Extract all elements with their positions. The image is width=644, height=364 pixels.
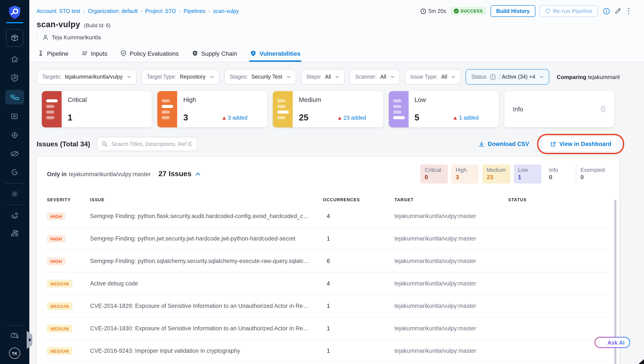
sidebar-divider xyxy=(5,325,24,325)
pill-high[interactable]: High3 xyxy=(452,164,479,184)
severity-badge: MEDIUM xyxy=(47,280,72,288)
filter-targets[interactable]: Targets:tejakummarikuntla/vulpy xyxy=(37,69,136,85)
filter-steps[interactable]: Steps:All xyxy=(301,69,345,85)
hierarchy-gear-icon xyxy=(10,229,19,238)
chevron-down-icon xyxy=(286,76,290,78)
pill-info[interactable]: Info0 xyxy=(545,164,572,184)
sidebar-item-home[interactable] xyxy=(5,53,24,66)
sidebar-item-overview[interactable] xyxy=(5,71,24,84)
chat-help-icon xyxy=(10,332,20,340)
sidebar-item-exemptions[interactable] xyxy=(5,147,24,160)
card-count: 3 xyxy=(183,113,188,123)
comparing-label: Comparing tejakummarikuntla/vulpy:master… xyxy=(557,74,620,80)
issue-row[interactable]: MEDIUM CVE-2014-1829: Exposure of Sensit… xyxy=(47,295,609,317)
execution-tabs: Pipeline Inputs Policy Evaluations Suppl… xyxy=(29,45,644,62)
pill-medium[interactable]: Medium23 xyxy=(482,164,510,184)
severity-badge: MEDIUM xyxy=(47,325,72,332)
card-label: Info xyxy=(513,106,523,113)
build-history-button[interactable]: Build History xyxy=(490,5,535,17)
target: tejakummarikuntla/vulpy:master xyxy=(394,347,508,354)
download-csv-button[interactable]: Download CSV xyxy=(476,140,532,148)
issue-title: CVE-2014-1829: Exposure of Sensitive Inf… xyxy=(90,303,323,309)
issue-row[interactable]: HIGH Semgrep Finding: python.jwt.securit… xyxy=(47,228,609,250)
breadcrumb-account[interactable]: Account: STO test xyxy=(37,8,80,14)
issues-search[interactable] xyxy=(97,137,198,151)
col-issue: ISSUE xyxy=(90,197,323,202)
pill-low[interactable]: Low1 xyxy=(514,164,541,184)
high-bar-icon xyxy=(157,91,177,127)
sidebar-item-pipelines[interactable] xyxy=(5,90,24,104)
breadcrumb-org[interactable]: Organization: default xyxy=(88,8,138,14)
breadcrumb-project[interactable]: Project: STO xyxy=(145,8,176,14)
sidebar-nav xyxy=(5,53,24,179)
edit-pipeline-button[interactable] xyxy=(614,8,621,15)
vulnerabilities-content: Targets:tejakummarikuntla/vulpy Target T… xyxy=(29,62,644,364)
severity-card-info[interactable]: Info 0 xyxy=(504,91,614,127)
breadcrumb-separator: › xyxy=(179,9,180,14)
execution-duration: 5m 20s xyxy=(420,8,446,14)
module-active-indicator xyxy=(6,22,23,23)
tab-policy-evaluations[interactable]: Policy Evaluations xyxy=(120,45,180,62)
issues-table-header: SEVERITY ISSUE OCCURRENCES TARGET STATUS xyxy=(47,194,609,205)
issue-row[interactable]: MEDIUM xyxy=(47,362,609,364)
user-avatar[interactable]: TK xyxy=(9,347,20,359)
more-options-button[interactable] xyxy=(625,7,632,15)
search-input[interactable] xyxy=(110,140,193,147)
filter-target-type[interactable]: Target Type:Repository xyxy=(141,69,220,85)
severity-badge: MEDIUM xyxy=(47,302,72,310)
chevron-down-icon xyxy=(335,76,339,78)
tab-vulnerabilities[interactable]: Vulnerabilities xyxy=(249,45,301,62)
info-button[interactable] xyxy=(603,8,610,15)
issue-row[interactable]: HIGH Semgrep Finding: python.flask.secur… xyxy=(47,205,609,228)
severity-card-high[interactable]: High 3 3 added xyxy=(157,91,267,127)
severity-badge: HIGH xyxy=(47,235,65,243)
issue-row[interactable]: HIGH Semgrep Finding: python.sqlalchemy.… xyxy=(47,250,609,272)
severity-card-medium[interactable]: Medium 25 23 added xyxy=(273,91,383,127)
severity-badge: HIGH xyxy=(47,213,65,220)
pill-exempted[interactable]: Exempted0 xyxy=(576,164,609,184)
filter-scanner[interactable]: Scanner:All xyxy=(350,69,400,85)
gear-icon xyxy=(10,190,19,198)
filter-status[interactable]: Status i : Active (34) +4 xyxy=(466,69,549,85)
occurrences: 1 xyxy=(323,347,394,354)
breadcrumb-pipelines[interactable]: Pipelines xyxy=(184,8,206,14)
triangle-up-icon xyxy=(222,116,226,119)
card-count: 1 xyxy=(68,113,72,123)
filter-stages[interactable]: Stages:Security Test xyxy=(224,69,296,85)
breadcrumb-separator: › xyxy=(83,9,85,14)
issue-title: Semgrep Finding: python.jwt.security.jwt… xyxy=(90,235,323,242)
executions-icon xyxy=(10,112,19,121)
tab-pipeline[interactable]: Pipeline xyxy=(37,45,70,62)
tab-inputs[interactable]: Inputs xyxy=(80,45,108,62)
issue-row[interactable]: MEDIUM CVE-2014-1830: Exposure of Sensit… xyxy=(47,317,609,340)
help-chat-button[interactable] xyxy=(5,329,24,342)
tab-supply-chain[interactable]: Supply Chain xyxy=(191,45,238,62)
filter-issue-type[interactable]: Issue Type:All xyxy=(405,69,461,85)
module-selector-button[interactable] xyxy=(6,29,23,47)
ask-ai-button[interactable]: Ask AI xyxy=(594,337,630,348)
issue-title: Active debug code xyxy=(90,280,323,287)
sidebar-item-default-settings[interactable] xyxy=(5,209,24,222)
severity-card-low[interactable]: Low 5 1 added xyxy=(388,91,498,127)
sidebar-item-tokens[interactable] xyxy=(5,166,24,179)
severity-badge: MEDIUM xyxy=(47,347,72,355)
sidebar-item-org-settings[interactable] xyxy=(5,227,24,240)
sidebar-item-settings[interactable] xyxy=(5,188,24,200)
triangle-up-icon xyxy=(454,116,457,119)
pill-critical[interactable]: Critical0 xyxy=(420,164,448,184)
sidebar-item-targets[interactable] xyxy=(5,129,24,142)
sidebar-divider xyxy=(5,183,24,184)
sidebar-item-executions[interactable] xyxy=(5,110,24,123)
external-link-icon xyxy=(550,141,556,147)
triangle-up-icon xyxy=(338,116,342,119)
breadcrumb-current[interactable]: scan-vulpy xyxy=(213,8,239,14)
severity-card-critical[interactable]: Critical 1 xyxy=(42,91,152,127)
target: tejakummarikuntla/vulpy:master xyxy=(394,258,508,264)
rerun-pipeline-button[interactable]: Re-run Pipeline xyxy=(540,5,598,17)
issue-title: Semgrep Finding: python.sqlalchemy.secur… xyxy=(90,258,323,264)
view-in-dashboard-button[interactable]: View in Dashboard xyxy=(542,137,620,151)
issue-row[interactable]: MEDIUM Active debug code 4 tejakummariku… xyxy=(47,272,609,295)
collapse-chevron-up-icon[interactable] xyxy=(195,172,200,176)
issue-row[interactable]: MEDIUM CVE-2016-9243: Improper input val… xyxy=(47,340,609,362)
triggered-by: Teja Kummarikuntla xyxy=(37,33,644,42)
